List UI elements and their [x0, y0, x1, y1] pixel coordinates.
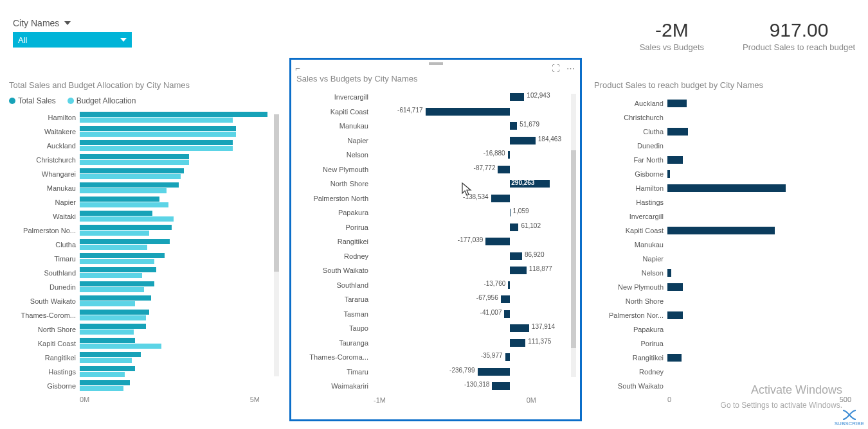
chart-row[interactable]: Kapiti Coast-614,717: [296, 105, 575, 119]
chart-row[interactable]: Napier: [9, 195, 279, 209]
chart-row[interactable]: Invercargill102,943: [296, 90, 575, 105]
chart-row[interactable]: Nelson: [594, 266, 858, 280]
bar[interactable]: [667, 170, 670, 178]
subscribe-badge[interactable]: SUBSCRIBE: [835, 409, 864, 426]
bar[interactable]: [478, 368, 511, 376]
chart-row[interactable]: Manukau: [594, 238, 858, 252]
kpi-sales-vs-budgets[interactable]: -2M Sales vs Budgets: [640, 19, 704, 52]
bar[interactable]: [80, 253, 165, 258]
bar[interactable]: [510, 339, 525, 347]
chart-row[interactable]: Tasman-41,007: [296, 307, 575, 322]
bar[interactable]: [667, 283, 683, 291]
bar[interactable]: [501, 295, 511, 303]
chart-row[interactable]: Tararua-67,956: [296, 292, 575, 307]
bar[interactable]: [667, 227, 775, 234]
bar[interactable]: [80, 146, 233, 151]
chart-row[interactable]: Clutha: [9, 238, 279, 252]
bar[interactable]: [80, 231, 149, 236]
chart-row[interactable]: New Plymouth-87,772: [296, 162, 575, 177]
chart-row[interactable]: Hamilton: [594, 181, 858, 195]
bar[interactable]: [80, 182, 179, 188]
chart-row[interactable]: Palmerston No...: [9, 223, 279, 238]
chart-row[interactable]: Taupo137,914: [296, 321, 575, 336]
bar[interactable]: [80, 225, 172, 230]
bar[interactable]: [80, 168, 184, 173]
chart-row[interactable]: Dunedin: [9, 280, 279, 294]
slicer-dropdown[interactable]: All: [13, 32, 132, 48]
bar[interactable]: [80, 287, 144, 292]
bar[interactable]: [667, 354, 682, 362]
chart-row[interactable]: Gisborne: [594, 167, 858, 181]
chart-row[interactable]: North Shore: [9, 322, 279, 337]
bar[interactable]: [504, 310, 510, 318]
bar[interactable]: [80, 126, 236, 131]
chart-row[interactable]: Christchurch: [9, 153, 279, 167]
bar[interactable]: [80, 344, 161, 349]
bar[interactable]: [510, 223, 518, 231]
chart-row[interactable]: New Plymouth: [594, 280, 858, 294]
chart-row[interactable]: Hamilton: [9, 110, 279, 125]
bar[interactable]: [80, 245, 147, 250]
bar[interactable]: [510, 267, 526, 274]
bar[interactable]: [80, 352, 141, 357]
chart-row[interactable]: Waitaki: [9, 209, 279, 223]
chart-row[interactable]: Thames-Corom...: [9, 308, 279, 322]
bar[interactable]: [510, 137, 536, 144]
chart-row[interactable]: Papakura1,059: [296, 206, 575, 220]
bar[interactable]: [80, 259, 154, 264]
chart-row[interactable]: Waimakariri-130,318: [296, 379, 575, 394]
chart-row[interactable]: Timaru: [9, 252, 279, 266]
bar[interactable]: [80, 281, 154, 286]
chart-row[interactable]: Auckland: [594, 96, 858, 110]
bar[interactable]: [667, 156, 683, 164]
bar[interactable]: [80, 273, 142, 278]
chart-row[interactable]: Whangarei: [9, 167, 279, 181]
chart-row[interactable]: North Shore: [594, 294, 858, 308]
chart-row[interactable]: Christchurch: [594, 110, 858, 125]
chart-row[interactable]: Manukau51,679: [296, 119, 575, 134]
chart-row[interactable]: Porirua: [594, 337, 858, 351]
focus-mode-icon[interactable]: ⛶: [552, 64, 560, 73]
chart-row[interactable]: Rangitikei: [594, 351, 858, 365]
chart-row[interactable]: Palmerston North-138,534: [296, 191, 575, 206]
chart-row[interactable]: North Shore290,263: [296, 177, 575, 191]
bar[interactable]: [667, 269, 671, 277]
bar[interactable]: [80, 197, 159, 202]
bar[interactable]: [80, 160, 189, 165]
bar[interactable]: [80, 132, 236, 137]
drag-handle-icon[interactable]: [429, 62, 443, 65]
chart-row[interactable]: Rodney86,920: [296, 249, 575, 264]
chart-row[interactable]: Rangitikei-177,039: [296, 234, 575, 249]
bar[interactable]: [80, 112, 267, 117]
kpi-product-sales-reach-budget[interactable]: 917.00 Product Sales to reach budget: [743, 19, 855, 52]
chart-row[interactable]: Nelson-16,880: [296, 148, 575, 162]
bar[interactable]: [80, 202, 168, 207]
chart-product-sales-reach-budget[interactable]: Product Sales to reach budget by City Na…: [594, 80, 858, 403]
chart-row[interactable]: Timaru-236,799: [296, 365, 575, 380]
bar[interactable]: [80, 329, 134, 335]
chart-row[interactable]: Manukau: [9, 181, 279, 195]
chart-row[interactable]: South Waikato118,877: [296, 263, 575, 278]
bar[interactable]: [667, 311, 683, 319]
chart-row[interactable]: Southland: [9, 266, 279, 280]
chart-row[interactable]: Thames-Coroma...-35,977: [296, 350, 575, 365]
bar[interactable]: [491, 195, 511, 202]
more-options-icon[interactable]: ⋯: [566, 64, 575, 73]
bar[interactable]: [80, 310, 149, 315]
bar[interactable]: [80, 140, 233, 145]
chart-row[interactable]: Kapiti Coast: [9, 337, 279, 351]
bar[interactable]: [80, 295, 151, 301]
bar[interactable]: [492, 382, 510, 390]
bar[interactable]: [510, 324, 529, 332]
bar[interactable]: [80, 386, 123, 391]
bar[interactable]: [510, 122, 517, 130]
bar[interactable]: [80, 338, 135, 343]
chart-row[interactable]: Kapiti Coast: [594, 223, 858, 238]
bar[interactable]: [80, 366, 135, 371]
bar[interactable]: [667, 128, 688, 136]
bar[interactable]: [508, 151, 511, 159]
chart-row[interactable]: Napier184,463: [296, 134, 575, 148]
bar[interactable]: [667, 184, 786, 192]
chart-row[interactable]: Waitakere: [9, 125, 279, 139]
chart-row[interactable]: Palmerston Nor...: [594, 308, 858, 322]
